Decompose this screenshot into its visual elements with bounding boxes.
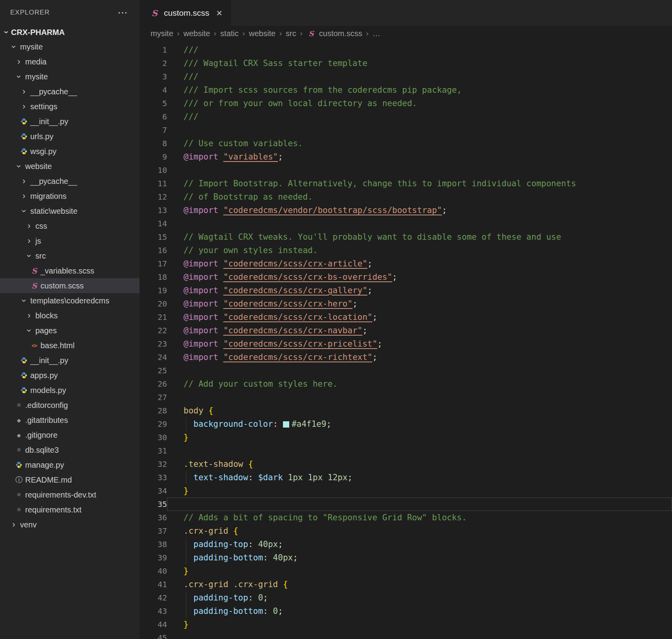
code-line-26[interactable]: 26// Add your custom styles here. bbox=[140, 377, 672, 391]
code-line-41[interactable]: 41.crx-grid .crx-grid { bbox=[140, 578, 672, 591]
line-number[interactable]: 38 bbox=[140, 538, 167, 551]
tree-folder-media[interactable]: ›media bbox=[0, 54, 140, 69]
breadcrumb-item-src[interactable]: src bbox=[286, 29, 296, 38]
code-line-20[interactable]: 20@import "coderedcms/scss/crx-hero"; bbox=[140, 297, 672, 310]
line-number[interactable]: 16 bbox=[140, 244, 167, 257]
code-line-40[interactable]: 40} bbox=[140, 564, 672, 578]
tree-file-apps.py[interactable]: apps.py bbox=[0, 368, 140, 383]
code-line-9[interactable]: 9@import "variables"; bbox=[140, 150, 672, 163]
tree-file-base.html[interactable]: <>base.html bbox=[0, 338, 140, 353]
tree-file-__init__.py[interactable]: __init__.py bbox=[0, 114, 140, 129]
code-line-27[interactable]: 27 bbox=[140, 391, 672, 404]
line-number[interactable]: 17 bbox=[140, 257, 167, 270]
line-number[interactable]: 6 bbox=[140, 110, 167, 123]
line-number[interactable]: 34 bbox=[140, 484, 167, 498]
breadcrumb-item-mysite[interactable]: mysite bbox=[151, 29, 173, 38]
line-number[interactable]: 35 bbox=[140, 498, 167, 511]
line-number[interactable]: 31 bbox=[140, 444, 167, 457]
tree-folder-js[interactable]: ›js bbox=[0, 233, 140, 248]
breadcrumb-overflow[interactable]: … bbox=[373, 29, 380, 38]
line-number[interactable]: 29 bbox=[140, 417, 167, 431]
code-line-7[interactable]: 7 bbox=[140, 123, 672, 137]
code-line-6[interactable]: 6/// bbox=[140, 110, 672, 123]
tree-file-requirements-dev.txt[interactable]: ≡requirements-dev.txt bbox=[0, 487, 140, 502]
code-line-28[interactable]: 28body { bbox=[140, 404, 672, 417]
breadcrumb-item-website[interactable]: website bbox=[249, 29, 275, 38]
line-number[interactable]: 41 bbox=[140, 578, 167, 591]
line-number[interactable]: 24 bbox=[140, 351, 167, 364]
line-number[interactable]: 30 bbox=[140, 431, 167, 444]
line-number[interactable]: 7 bbox=[140, 123, 167, 137]
code-line-1[interactable]: 1/// bbox=[140, 43, 672, 57]
tree-file-db.sqlite3[interactable]: ≡db.sqlite3 bbox=[0, 443, 140, 457]
code-line-25[interactable]: 25 bbox=[140, 364, 672, 377]
line-number[interactable]: 44 bbox=[140, 618, 167, 631]
tree-folder-mysite[interactable]: ›mysite bbox=[0, 69, 140, 84]
line-number[interactable]: 8 bbox=[140, 137, 167, 150]
code-line-44[interactable]: 44} bbox=[140, 618, 672, 631]
line-number[interactable]: 26 bbox=[140, 377, 167, 391]
line-number[interactable]: 42 bbox=[140, 591, 167, 604]
code-line-33[interactable]: 33 text-shadow: $dark 1px 1px 12px; bbox=[140, 471, 672, 484]
tree-file-models.py[interactable]: models.py bbox=[0, 383, 140, 398]
breadcrumb-item-file[interactable]: custom.scss bbox=[319, 29, 362, 38]
tree-file-requirements.txt[interactable]: ≡requirements.txt bbox=[0, 502, 140, 517]
tree-file-custom.scss[interactable]: Scustom.scss bbox=[0, 278, 140, 293]
code-line-4[interactable]: 4/// Import scss sources from the codere… bbox=[140, 83, 672, 97]
line-number[interactable]: 5 bbox=[140, 97, 167, 110]
code-line-12[interactable]: 12// of Bootstrap as needed. bbox=[140, 190, 672, 204]
tree-folder-__pycache__[interactable]: ›__pycache__ bbox=[0, 84, 140, 99]
code-line-21[interactable]: 21@import "coderedcms/scss/crx-location"… bbox=[140, 310, 672, 324]
tree-folder-venv[interactable]: ›venv bbox=[0, 517, 140, 532]
tree-file-.editorconfig[interactable]: ≡.editorconfig bbox=[0, 398, 140, 413]
line-number[interactable]: 32 bbox=[140, 457, 167, 471]
code-line-8[interactable]: 8// Use custom variables. bbox=[140, 137, 672, 150]
code-line-3[interactable]: 3/// bbox=[140, 70, 672, 83]
line-number[interactable]: 1 bbox=[140, 43, 167, 57]
breadcrumb-item-website[interactable]: website bbox=[184, 29, 210, 38]
line-number[interactable]: 37 bbox=[140, 524, 167, 538]
code-line-2[interactable]: 2/// Wagtail CRX Sass starter template bbox=[140, 57, 672, 70]
tree-file-_variables.scss[interactable]: S_variables.scss bbox=[0, 263, 140, 278]
code-line-43[interactable]: 43 padding-bottom: 0; bbox=[140, 604, 672, 618]
code-line-39[interactable]: 39 padding-bottom: 40px; bbox=[140, 551, 672, 564]
line-number[interactable]: 28 bbox=[140, 404, 167, 417]
tree-folder-mysite[interactable]: ›mysite bbox=[0, 39, 140, 54]
code-line-22[interactable]: 22@import "coderedcms/scss/crx-navbar"; bbox=[140, 324, 672, 337]
tree-folder-css[interactable]: ›css bbox=[0, 219, 140, 233]
tree-file-__init__.py[interactable]: __init__.py bbox=[0, 353, 140, 368]
tree-root-crx-pharma[interactable]: › CRX-PHARMA bbox=[0, 25, 140, 39]
tree-file-wsgi.py[interactable]: wsgi.py bbox=[0, 144, 140, 159]
code-line-36[interactable]: 36// Adds a bit of spacing to "Responsiv… bbox=[140, 511, 672, 524]
code-line-17[interactable]: 17@import "coderedcms/scss/crx-article"; bbox=[140, 257, 672, 270]
code-line-5[interactable]: 5/// or from your own local directory as… bbox=[140, 97, 672, 110]
tree-folder-static-website[interactable]: ›static\website bbox=[0, 204, 140, 219]
tree-file-urls.py[interactable]: urls.py bbox=[0, 129, 140, 144]
code-line-30[interactable]: 30} bbox=[140, 431, 672, 444]
code-line-16[interactable]: 16// your own styles instead. bbox=[140, 244, 672, 257]
code-line-13[interactable]: 13@import "coderedcms/vendor/bootstrap/s… bbox=[140, 204, 672, 217]
line-number[interactable]: 27 bbox=[140, 391, 167, 404]
line-number[interactable]: 10 bbox=[140, 163, 167, 177]
tree-folder-settings[interactable]: ›settings bbox=[0, 99, 140, 114]
tree-file-manage.py[interactable]: manage.py bbox=[0, 457, 140, 472]
breadcrumb-item-static[interactable]: static bbox=[220, 29, 239, 38]
tree-folder-pages[interactable]: ›pages bbox=[0, 323, 140, 338]
line-number[interactable]: 23 bbox=[140, 337, 167, 351]
tree-file-README.md[interactable]: ⓘREADME.md bbox=[0, 472, 140, 487]
line-number[interactable]: 20 bbox=[140, 297, 167, 310]
code-line-24[interactable]: 24@import "coderedcms/scss/crx-richtext"… bbox=[140, 351, 672, 364]
code-line-11[interactable]: 11// Import Bootstrap. Alternatively, ch… bbox=[140, 177, 672, 190]
line-number[interactable]: 25 bbox=[140, 364, 167, 377]
code-line-31[interactable]: 31 bbox=[140, 444, 672, 457]
tab-custom-scss[interactable]: S custom.scss × bbox=[140, 0, 231, 26]
code-line-35[interactable]: 35 bbox=[140, 498, 672, 511]
more-actions-icon[interactable]: ⋯ bbox=[118, 11, 128, 15]
line-number[interactable]: 9 bbox=[140, 150, 167, 163]
code-editor[interactable]: 1///2/// Wagtail CRX Sass starter templa… bbox=[140, 41, 672, 639]
code-line-45[interactable]: 45 bbox=[140, 631, 672, 639]
line-number[interactable]: 45 bbox=[140, 631, 167, 639]
code-line-29[interactable]: 29 background-color: #a4f1e9; bbox=[140, 417, 672, 431]
color-swatch[interactable] bbox=[283, 421, 289, 428]
code-line-34[interactable]: 34} bbox=[140, 484, 672, 498]
